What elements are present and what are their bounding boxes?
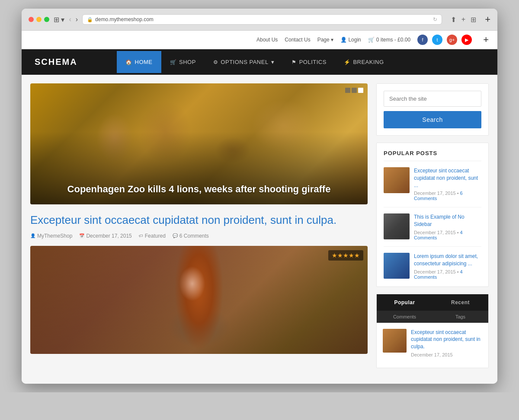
main-navigation: SCHEMA 🏠 HOME 🛒 SHOP ⚙ OPTIONS PANEL ▾ ⚑… xyxy=(22,49,497,75)
nav-item-shop[interactable]: 🛒 SHOP xyxy=(161,51,205,73)
hero-caption: Copenhagen Zoo kills 4 lions, weeks afte… xyxy=(30,183,368,196)
main-column: Copenhagen Zoo kills 4 lions, weeks afte… xyxy=(30,83,376,375)
site-logo[interactable]: SCHEMA xyxy=(22,49,117,75)
social-icons: f t g+ ▶ xyxy=(417,35,472,45)
nav-item-options[interactable]: ⚙ OPTIONS PANEL ▾ xyxy=(205,51,283,73)
tab-post-title[interactable]: Excepteur sint occaecat cupidatat non pr… xyxy=(411,329,482,350)
contact-us-link[interactable]: Contact Us xyxy=(285,37,310,43)
slider-dot-2[interactable] xyxy=(352,88,357,93)
tabs-content: Excepteur sint occaecat cupidatat non pr… xyxy=(377,323,488,368)
article-category[interactable]: 🏷 Featured xyxy=(139,233,166,239)
rating-stars: ★★★★★ xyxy=(328,250,363,261)
settings-icon: ⚙ xyxy=(213,59,218,65)
tab-popular[interactable]: Popular xyxy=(377,294,432,311)
search-input[interactable] xyxy=(384,91,481,107)
hero-slider[interactable]: Copenhagen Zoo kills 4 lions, weeks afte… xyxy=(30,83,368,204)
article-image xyxy=(30,246,368,354)
tag-icon: 🏷 xyxy=(139,233,143,238)
popular-post-1: Excepteur sint occaecat cupidatat non pr… xyxy=(384,167,481,207)
breaking-icon: ⚡ xyxy=(344,59,351,65)
popular-post-date-3: December 17, 2015 • 4 Comments xyxy=(414,269,481,280)
search-widget: Search xyxy=(376,83,489,136)
add-button[interactable]: + xyxy=(485,14,490,25)
slider-dots xyxy=(345,88,363,93)
sidebar: Search POPULAR POSTS Excepteur sint occa… xyxy=(376,83,489,375)
tabs-subheader: Comments Tags xyxy=(377,311,488,323)
new-tab-icon[interactable]: + xyxy=(461,16,465,24)
article-author: 👤 MyThemeShop xyxy=(30,233,72,239)
share-icon[interactable]: ⬆ xyxy=(451,16,456,24)
login-link[interactable]: 👤 Login xyxy=(340,37,361,43)
url-text: demo.mythemeshop.com xyxy=(95,16,154,22)
page-link[interactable]: Page ▾ xyxy=(317,37,333,43)
tab-post-info: Excepteur sint occaecat cupidatat non pr… xyxy=(411,329,482,357)
cart-link[interactable]: 🛒 0 items - £0.00 xyxy=(368,37,410,43)
forward-button[interactable]: › xyxy=(76,16,78,23)
article-date: 📅 December 17, 2015 xyxy=(79,233,131,239)
tabs-widget: Popular Recent Comments Tags Excepteur s… xyxy=(376,294,489,368)
google-plus-icon[interactable]: g+ xyxy=(447,35,457,45)
popular-post-date-1: December 17, 2015 • 6 Comments xyxy=(414,191,481,201)
content-area: Copenhagen Zoo kills 4 lions, weeks afte… xyxy=(22,75,497,384)
nav-item-politics[interactable]: ⚑ POLITICS xyxy=(283,51,335,73)
popular-post-title-3[interactable]: Lorem ipsum dolor sit amet, consectetur … xyxy=(414,253,481,267)
address-bar[interactable]: 🔒 demo.mythemeshop.com ↻ xyxy=(82,14,442,25)
nav-item-home[interactable]: 🏠 HOME xyxy=(117,51,161,73)
comment-icon: 💬 xyxy=(173,233,178,238)
slider-dot-1[interactable] xyxy=(345,88,350,93)
popular-post-3: Lorem ipsum dolor sit amet, consectetur … xyxy=(384,253,481,280)
tab-post-item: Excepteur sint occaecat cupidatat non pr… xyxy=(383,329,482,357)
calendar-icon: 📅 xyxy=(79,233,84,238)
home-icon: 🏠 xyxy=(125,59,132,65)
tab-post-thumb xyxy=(383,329,407,353)
popular-post-thumb-2 xyxy=(384,213,410,239)
youtube-icon[interactable]: ▶ xyxy=(461,35,472,45)
back-button[interactable]: ‹ xyxy=(69,16,71,23)
popular-post-thumb-1 xyxy=(384,167,410,193)
search-button[interactable]: Search xyxy=(384,111,481,128)
sidebar-toggle[interactable]: ⊞ ▾ xyxy=(54,16,64,24)
tab-comments[interactable]: Comments xyxy=(377,311,432,323)
maximize-button[interactable] xyxy=(44,17,49,22)
close-button[interactable] xyxy=(29,17,34,22)
popular-post-info-3: Lorem ipsum dolor sit amet, consectetur … xyxy=(414,253,481,280)
popular-post-date-2: December 17, 2015 • 4 Comments xyxy=(414,230,481,240)
tab-tags[interactable]: Tags xyxy=(432,311,488,323)
utility-bar: About Us Contact Us Page ▾ 👤 Login 🛒 0 i… xyxy=(22,31,497,49)
shop-icon: 🛒 xyxy=(170,59,177,65)
tab-post-date: December 17, 2015 xyxy=(411,352,482,357)
user-icon: 👤 xyxy=(30,233,35,238)
article-meta: 👤 MyThemeShop 📅 December 17, 2015 🏷 Feat… xyxy=(30,233,368,239)
twitter-icon[interactable]: t xyxy=(432,35,442,45)
tab-recent[interactable]: Recent xyxy=(432,294,488,311)
article-comments[interactable]: 💬 6 Comments xyxy=(173,233,209,239)
dropdown-arrow: ▾ xyxy=(271,59,275,65)
nav-items: 🏠 HOME 🛒 SHOP ⚙ OPTIONS PANEL ▾ ⚑ POLITI… xyxy=(117,51,393,73)
popular-post-2: This is Example of No Sidebar December 1… xyxy=(384,213,481,247)
article-block: Excepteur sint occaecat cupidatat non pr… xyxy=(30,213,368,354)
refresh-icon[interactable]: ↻ xyxy=(433,16,437,22)
about-us-link[interactable]: About Us xyxy=(256,37,278,43)
popular-post-thumb-3 xyxy=(384,253,410,279)
browser-window: ⊞ ▾ ‹ › 🔒 demo.mythemeshop.com ↻ ⬆ + ⊞ +… xyxy=(22,9,497,384)
article-card[interactable]: ★★★★★ xyxy=(30,246,368,354)
popular-post-info-2: This is Example of No Sidebar December 1… xyxy=(414,213,481,240)
minimize-button[interactable] xyxy=(36,17,42,22)
flag-icon: ⚑ xyxy=(292,59,297,65)
window-controls xyxy=(29,17,49,22)
popular-posts-widget: POPULAR POSTS Excepteur sint occaecat cu… xyxy=(376,143,489,287)
slider-dot-3[interactable] xyxy=(358,88,363,93)
popular-post-info-1: Excepteur sint occaecat cupidatat non pr… xyxy=(414,167,481,201)
popular-post-title-2[interactable]: This is Example of No Sidebar xyxy=(414,213,481,228)
facebook-icon[interactable]: f xyxy=(417,35,428,45)
article-title[interactable]: Excepteur sint occaecat cupidatat non pr… xyxy=(30,213,368,228)
browser-action-buttons: ⬆ + ⊞ xyxy=(451,16,476,24)
popular-post-title-1[interactable]: Excepteur sint occaecat cupidatat non pr… xyxy=(414,167,481,189)
security-icon: 🔒 xyxy=(87,17,93,22)
grid-icon[interactable]: ⊞ xyxy=(471,16,476,24)
popular-posts-title: POPULAR POSTS xyxy=(384,150,481,161)
browser-titlebar: ⊞ ▾ ‹ › 🔒 demo.mythemeshop.com ↻ ⬆ + ⊞ + xyxy=(22,9,497,31)
nav-item-breaking[interactable]: ⚡ BREAKING xyxy=(335,51,393,73)
tabs-header: Popular Recent xyxy=(377,294,488,311)
utility-plus-button[interactable]: + xyxy=(483,34,489,45)
